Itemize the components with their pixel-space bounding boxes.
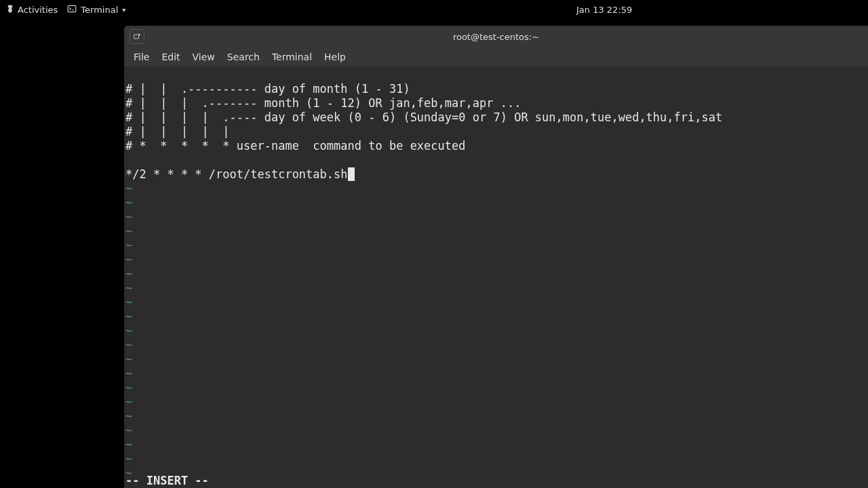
topbar-left-group: Activities Terminal ▾ xyxy=(5,4,125,16)
activities-button[interactable]: Activities xyxy=(5,4,58,16)
editor-line: # | | .---------- day of month (1 - 31) xyxy=(125,82,410,96)
menu-view[interactable]: View xyxy=(187,49,220,64)
tilde-marker: ~ xyxy=(125,352,132,366)
tilde-marker: ~ xyxy=(125,239,132,252)
cursor xyxy=(348,167,355,181)
menu-edit[interactable]: Edit xyxy=(156,49,185,64)
terminal-content[interactable]: # | | .---------- day of month (1 - 31) … xyxy=(124,66,868,488)
tilde-marker: ~ xyxy=(125,409,132,423)
tilde-marker: ~ xyxy=(125,438,132,451)
svg-rect-0 xyxy=(68,5,76,12)
menu-file[interactable]: File xyxy=(128,49,155,64)
tilde-marker: ~ xyxy=(125,182,132,195)
window-title: root@test-centos:~ xyxy=(453,32,539,42)
svg-rect-1 xyxy=(134,35,139,39)
app-menu-button[interactable]: Terminal ▾ xyxy=(67,4,125,16)
tilde-marker: ~ xyxy=(125,196,132,209)
editor-line: # | | | | .---- day of week (0 - 6) (Sun… xyxy=(125,110,722,124)
tilde-marker: ~ xyxy=(125,452,132,466)
tilde-marker: ~ xyxy=(125,324,132,338)
new-tab-icon xyxy=(133,30,141,43)
tilde-marker: ~ xyxy=(125,296,132,309)
tilde-marker: ~ xyxy=(125,395,132,409)
menu-search[interactable]: Search xyxy=(222,49,265,64)
tilde-marker: ~ xyxy=(125,267,132,281)
editor-line: # | | | .------- month (1 - 12) OR jan,f… xyxy=(125,96,521,110)
tilde-marker: ~ xyxy=(125,253,132,266)
chevron-down-icon: ▾ xyxy=(122,6,125,14)
window-titlebar[interactable]: root@test-centos:~ xyxy=(124,26,868,47)
tilde-marker: ~ xyxy=(125,210,132,224)
tilde-marker: ~ xyxy=(125,281,132,295)
editor-line: # * * * * * user-name command to be exec… xyxy=(125,139,466,152)
tilde-marker: ~ xyxy=(125,367,132,380)
tilde-marker: ~ xyxy=(125,224,132,238)
vim-status-line: -- INSERT -- xyxy=(125,474,209,488)
gnome-foot-icon xyxy=(5,4,15,16)
tilde-marker: ~ xyxy=(125,338,132,352)
editor-line: # | | | | | xyxy=(125,125,230,138)
clock[interactable]: Jan 13 22:59 xyxy=(576,0,632,19)
menubar: File Edit View Search Terminal Help xyxy=(124,47,868,66)
activities-label: Activities xyxy=(18,5,58,15)
terminal-window: root@test-centos:~ File Edit View Search… xyxy=(124,26,868,488)
tilde-marker: ~ xyxy=(125,424,132,437)
editor-line: */2 * * * * /root/testcrontab.sh xyxy=(125,167,348,181)
menu-help[interactable]: Help xyxy=(319,49,351,64)
tilde-marker: ~ xyxy=(125,310,132,323)
app-label: Terminal xyxy=(81,5,118,15)
menu-terminal[interactable]: Terminal xyxy=(267,49,317,64)
terminal-icon xyxy=(67,4,77,16)
gnome-topbar: Activities Terminal ▾ Jan 13 22:59 xyxy=(0,0,868,19)
tilde-marker: ~ xyxy=(125,381,132,394)
new-tab-button[interactable] xyxy=(130,29,144,44)
